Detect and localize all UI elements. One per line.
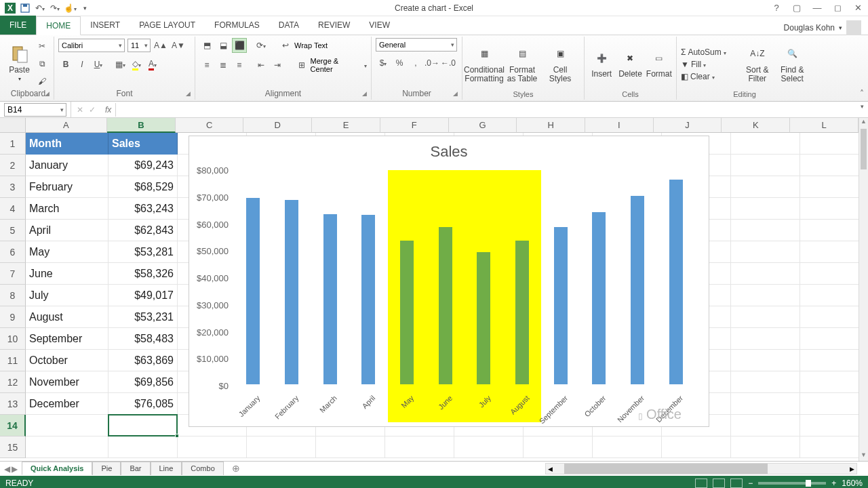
- row-header[interactable]: 1: [0, 133, 26, 155]
- cell[interactable]: [800, 371, 868, 393]
- chart-plot-area[interactable]: JanuaryFebruaryMarchAprilMayJuneJulyAugu…: [234, 170, 694, 384]
- align-center-icon[interactable]: ≣: [216, 58, 231, 73]
- cancel-formula-icon[interactable]: ✕: [77, 105, 83, 115]
- column-header[interactable]: I: [585, 118, 654, 133]
- cell[interactable]: Sales: [108, 133, 178, 155]
- border-button[interactable]: ▦: [113, 57, 127, 72]
- formula-bar[interactable]: [115, 103, 868, 117]
- fill-handle[interactable]: [175, 434, 179, 438]
- cell-styles-button[interactable]: ▣Cell Styles: [542, 45, 578, 83]
- row-header[interactable]: 3: [0, 176, 26, 198]
- cell[interactable]: $63,869: [108, 350, 178, 371]
- align-right-icon[interactable]: ≡: [232, 58, 247, 73]
- cell[interactable]: [731, 371, 800, 393]
- cell[interactable]: March: [26, 198, 108, 220]
- cell[interactable]: [731, 306, 800, 328]
- ribbon-options-icon[interactable]: ▢: [789, 2, 804, 14]
- chart-bar[interactable]: [439, 227, 452, 384]
- save-icon[interactable]: [19, 2, 31, 14]
- undo-icon[interactable]: ↶: [34, 2, 46, 14]
- sort-filter-button[interactable]: A↓ZSort & Filter: [741, 45, 773, 83]
- cell[interactable]: Month: [26, 133, 108, 155]
- worksheet-grid[interactable]: ABCDEFGHIJKL 123456789101112131415 Month…: [0, 118, 868, 461]
- chart-bar[interactable]: [592, 212, 606, 384]
- tab-page-layout[interactable]: PAGE LAYOUT: [130, 16, 205, 35]
- cell[interactable]: [731, 415, 800, 436]
- scroll-right-icon[interactable]: ▶: [848, 466, 856, 472]
- tab-insert[interactable]: INSERT: [81, 16, 130, 35]
- redo-icon[interactable]: ↷: [49, 2, 61, 14]
- decrease-decimal-icon[interactable]: ←.0: [441, 56, 456, 70]
- orientation-icon[interactable]: ⟳: [254, 38, 269, 53]
- cell[interactable]: [800, 436, 868, 458]
- conditional-formatting-button[interactable]: ▦Conditional Formatting: [467, 45, 502, 83]
- prev-sheet-icon[interactable]: ◀: [4, 464, 10, 474]
- chart-bar[interactable]: [669, 180, 683, 384]
- increase-indent-icon[interactable]: ⇥: [270, 58, 285, 73]
- cell[interactable]: [800, 350, 868, 371]
- cell[interactable]: [731, 263, 800, 285]
- row-header[interactable]: 2: [0, 155, 26, 176]
- cell[interactable]: [731, 285, 800, 306]
- scrollbar-thumb[interactable]: [861, 129, 867, 169]
- cell[interactable]: [108, 436, 178, 458]
- close-icon[interactable]: ✕: [850, 2, 865, 14]
- cell[interactable]: September: [26, 328, 108, 350]
- chart-bar[interactable]: [554, 227, 568, 384]
- fill-button[interactable]: ▼ Fill: [681, 60, 738, 69]
- cell[interactable]: [593, 436, 662, 458]
- cell[interactable]: February: [26, 176, 108, 198]
- row-header[interactable]: 14: [0, 415, 26, 436]
- cell[interactable]: $58,326: [108, 263, 178, 285]
- chart-bar[interactable]: [515, 241, 529, 384]
- tab-home[interactable]: HOME: [36, 16, 81, 35]
- cell[interactable]: [26, 415, 108, 436]
- launcher-icon[interactable]: ◢: [360, 90, 368, 98]
- cell[interactable]: $63,243: [108, 198, 178, 220]
- insert-cells-button[interactable]: ➕Insert: [589, 49, 614, 79]
- maximize-icon[interactable]: ◻: [830, 2, 845, 14]
- currency-icon[interactable]: $: [376, 56, 391, 70]
- vertical-scrollbar[interactable]: ▲ ▼: [859, 118, 868, 461]
- cell[interactable]: [800, 328, 868, 350]
- font-color-button[interactable]: A: [145, 57, 160, 72]
- comma-icon[interactable]: ,: [408, 56, 423, 70]
- chart-bar[interactable]: [246, 198, 260, 384]
- launcher-icon[interactable]: ◢: [184, 90, 192, 98]
- scrollbar-thumb[interactable]: [564, 464, 768, 474]
- tab-review[interactable]: REVIEW: [309, 16, 359, 35]
- scroll-down-icon[interactable]: ▼: [859, 451, 868, 461]
- find-select-button[interactable]: 🔍Find & Select: [776, 45, 808, 83]
- cell[interactable]: [731, 133, 800, 155]
- column-header[interactable]: H: [517, 118, 585, 133]
- column-header[interactable]: E: [312, 118, 380, 133]
- cell[interactable]: [800, 241, 868, 263]
- copy-icon[interactable]: ⧉: [35, 56, 50, 71]
- chart-bar[interactable]: [477, 252, 490, 384]
- cut-icon[interactable]: ✂: [35, 39, 50, 54]
- chart-bar[interactable]: [285, 200, 298, 384]
- row-header[interactable]: 9: [0, 306, 26, 328]
- scroll-up-icon[interactable]: ▲: [859, 118, 868, 127]
- row-header[interactable]: 8: [0, 285, 26, 306]
- cell[interactable]: $76,085: [108, 393, 178, 415]
- cell[interactable]: $53,231: [108, 306, 178, 328]
- column-header[interactable]: L: [790, 118, 859, 133]
- increase-font-icon[interactable]: A▲: [153, 38, 168, 53]
- number-format-combo[interactable]: General: [376, 38, 457, 52]
- sheet-tab[interactable]: Bar: [121, 462, 150, 475]
- cell[interactable]: October: [26, 350, 108, 371]
- cell[interactable]: [731, 198, 800, 220]
- cell[interactable]: $49,017: [108, 285, 178, 306]
- bold-button[interactable]: B: [58, 57, 73, 72]
- page-layout-view-icon[interactable]: [713, 479, 725, 488]
- cell[interactable]: $58,483: [108, 328, 178, 350]
- next-sheet-icon[interactable]: ▶: [12, 464, 18, 474]
- cell[interactable]: [662, 436, 731, 458]
- underline-button[interactable]: U: [91, 57, 106, 72]
- cell[interactable]: August: [26, 306, 108, 328]
- cell[interactable]: [731, 241, 800, 263]
- column-header[interactable]: C: [176, 118, 244, 133]
- column-header[interactable]: J: [654, 118, 722, 133]
- file-tab[interactable]: FILE: [0, 16, 36, 35]
